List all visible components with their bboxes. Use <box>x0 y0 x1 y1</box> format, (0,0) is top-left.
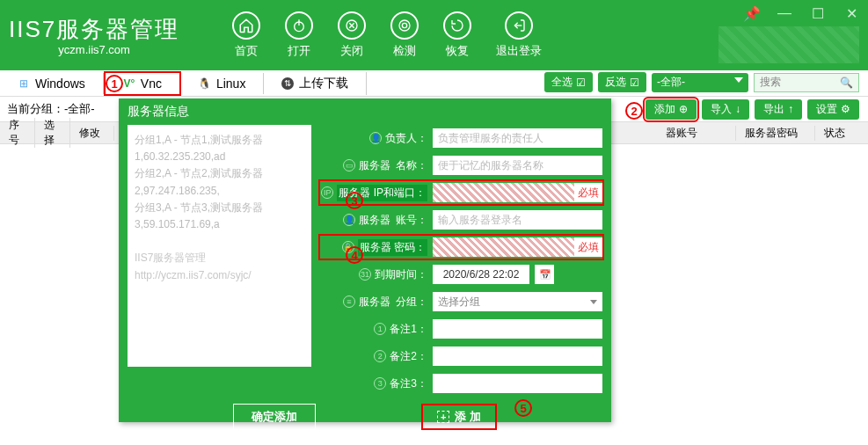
home-icon <box>232 11 260 40</box>
owner-input[interactable] <box>433 128 602 148</box>
import-button[interactable]: 导入↓ <box>702 99 749 120</box>
plus-target-icon: + <box>437 411 449 423</box>
search-icon: 🔍 <box>840 77 853 89</box>
maximize-icon[interactable]: ☐ <box>810 5 826 22</box>
caret-down-icon <box>734 77 743 83</box>
required-mark: 必填 <box>574 183 602 202</box>
annotation-marker-5: 5 <box>514 399 532 417</box>
search-input[interactable]: 搜索🔍 <box>754 73 859 92</box>
export-button[interactable]: 导出↑ <box>755 99 802 120</box>
note1-input[interactable] <box>433 319 602 339</box>
note2-input[interactable] <box>433 347 602 366</box>
tab-row: ⊞ Windows V° Vnc 🐧 Linux ⇅ 上传下载 全选☑ 反选☑ … <box>0 70 868 97</box>
check-icon: ☑ <box>576 77 586 89</box>
close-circle-icon <box>338 11 366 40</box>
th-status: 状态 <box>815 126 868 141</box>
logo-subtitle: yczm.iis7.com <box>9 43 179 56</box>
th-password: 服务器密码 <box>736 126 815 141</box>
ip-icon: IP <box>321 186 333 199</box>
required-mark: 必填 <box>574 237 602 257</box>
current-group-label: 当前分组： <box>7 101 64 117</box>
confirm-add-button[interactable]: 确定添加 <box>233 404 316 430</box>
svg-point-6 <box>403 23 407 27</box>
expire-input[interactable] <box>433 265 529 284</box>
annotation-marker-4: 4 <box>346 246 363 264</box>
annotation-marker-1: 1 <box>106 75 123 92</box>
th-modify: 修改 <box>70 126 114 141</box>
close-icon[interactable]: ✕ <box>843 5 859 22</box>
number-3-icon: 3 <box>374 377 386 390</box>
server-info-dialog: 服务器信息 分组1,A - 节点1,测试服务器1,60.32.235.230,a… <box>119 98 611 422</box>
plus-target-icon: ⊕ <box>679 103 688 115</box>
note3-input[interactable] <box>433 374 602 393</box>
logout-icon <box>505 11 533 40</box>
download-icon: ↓ <box>735 103 740 115</box>
select-all-button[interactable]: 全选☑ <box>544 72 593 92</box>
number-2-icon: 2 <box>374 350 386 362</box>
account-input[interactable] <box>433 210 602 230</box>
batch-example-textarea[interactable]: 分组1,A - 节点1,测试服务器1,60.32.235.230,ad 分组2,… <box>128 125 311 367</box>
nav-logout[interactable]: 退出登录 <box>496 11 542 59</box>
windows-icon: ⊞ <box>18 77 30 90</box>
th-account: 器账号 <box>657 126 736 141</box>
ip-port-input[interactable] <box>433 183 575 202</box>
nav-open[interactable]: 打开 <box>285 11 313 59</box>
svg-point-5 <box>399 20 410 31</box>
restore-icon <box>443 11 471 40</box>
upload-icon: ↑ <box>788 103 793 115</box>
current-group-value: -全部- <box>64 101 95 117</box>
password-input[interactable] <box>433 237 575 257</box>
minimize-icon[interactable]: — <box>777 5 792 22</box>
invert-select-button[interactable]: 反选☑ <box>598 72 646 92</box>
vnc-icon: V° <box>123 77 135 90</box>
tab-upload[interactable]: ⇅ 上传下载 <box>264 72 367 95</box>
person-icon: 👤 <box>369 132 382 144</box>
upload-icon: ⇅ <box>281 77 294 90</box>
settings-button[interactable]: 设置⚙ <box>807 99 859 120</box>
user-info-obscured <box>718 26 859 63</box>
gear-icon: ⚙ <box>841 103 850 115</box>
tab-linux[interactable]: 🐧 Linux <box>181 73 264 94</box>
group-icon: ≡ <box>343 295 355 308</box>
add-again-button[interactable]: + 添 加 <box>421 404 497 430</box>
nav-restore[interactable]: 恢复 <box>443 11 471 59</box>
target-icon <box>390 11 419 40</box>
nav-detect[interactable]: 检测 <box>390 11 419 59</box>
dialog-title: 服务器信息 <box>119 98 611 125</box>
group-filter-select[interactable]: -全部- <box>652 73 748 92</box>
annotation-marker-2: 2 <box>625 102 643 120</box>
calendar-picker-icon[interactable]: 📅 <box>535 265 554 284</box>
calendar-icon: 31 <box>359 268 371 281</box>
nav-home[interactable]: 首页 <box>232 11 260 59</box>
pin-icon[interactable]: 📌 <box>743 5 759 22</box>
app-header: IIS7服务器管理 yczm.iis7.com 首页 打开 关闭 检测 恢复 退… <box>0 0 868 70</box>
person-icon: 👤 <box>343 214 355 226</box>
nav-close[interactable]: 关闭 <box>338 11 366 59</box>
nav-items: 首页 打开 关闭 检测 恢复 退出登录 <box>232 11 542 59</box>
tab-windows[interactable]: ⊞ Windows <box>0 73 104 94</box>
logo-text: IIS7服务器管理 <box>9 14 179 45</box>
check-icon: ☑ <box>630 77 639 89</box>
caret-down-icon <box>590 300 597 304</box>
server-icon: ▭ <box>343 159 355 171</box>
window-controls: 📌 — ☐ ✕ <box>743 5 859 22</box>
th-seq: 序号 <box>0 118 35 148</box>
dialog-form: 👤负责人： ▭服务器名称： IP服务器 IP和端口： 必填 👤服务器账号： 🔒服… <box>320 125 602 395</box>
linux-icon: 🐧 <box>199 77 211 90</box>
server-name-input[interactable] <box>433 156 602 175</box>
power-open-icon <box>285 11 313 40</box>
annotation-marker-3: 3 <box>346 192 363 209</box>
group-select[interactable]: 选择分组 <box>433 292 602 311</box>
logo-block: IIS7服务器管理 yczm.iis7.com <box>9 14 179 56</box>
add-button[interactable]: 添加⊕ <box>646 99 697 120</box>
number-1-icon: 1 <box>374 323 386 335</box>
th-select: 选择 <box>35 118 70 148</box>
